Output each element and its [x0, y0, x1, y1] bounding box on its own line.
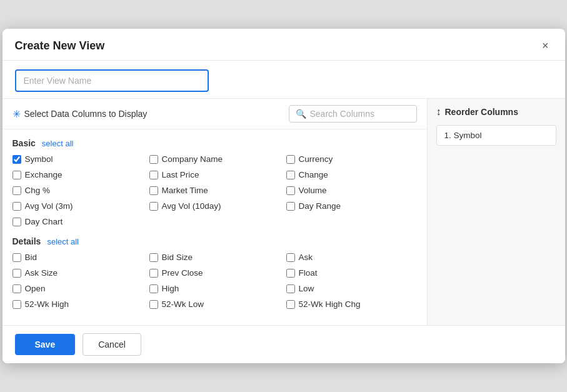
list-item[interactable]: Day Chart: [13, 216, 143, 228]
low-checkbox[interactable]: [286, 284, 295, 293]
list-item[interactable]: Chg %: [13, 184, 143, 196]
list-item[interactable]: Volume: [286, 184, 417, 196]
details-columns-grid: Bid Bid Size Ask: [13, 251, 417, 310]
last-price-checkbox[interactable]: [149, 171, 158, 179]
avg-vol-3m-checkbox[interactable]: [13, 202, 21, 211]
list-item[interactable]: Symbol: [13, 153, 143, 165]
open-checkbox[interactable]: [13, 284, 21, 293]
checkbox-label: Prev Close: [162, 268, 203, 278]
checkbox-label: Symbol: [25, 154, 53, 164]
ask-size-checkbox[interactable]: [13, 269, 21, 278]
left-panel: ✳ Select Data Columns to Display 🔍 Basic: [3, 99, 428, 325]
bid-checkbox[interactable]: [13, 253, 21, 262]
list-item[interactable]: Ask Size: [13, 267, 143, 279]
company-name-checkbox[interactable]: [149, 155, 158, 164]
close-button[interactable]: ×: [538, 39, 553, 53]
list-item[interactable]: 52-Wk High: [13, 298, 143, 310]
checkbox-label: Bid Size: [162, 253, 193, 262]
high-checkbox[interactable]: [149, 284, 158, 293]
search-columns-input[interactable]: [310, 109, 410, 119]
52wk-low-checkbox[interactable]: [149, 300, 158, 309]
prev-close-checkbox[interactable]: [149, 269, 158, 278]
list-item[interactable]: 52-Wk High Chg: [286, 298, 417, 310]
sparkle-icon: ✳: [13, 108, 21, 120]
reorder-title: Reorder Columns: [445, 107, 518, 117]
52wk-high-chg-checkbox[interactable]: [286, 300, 295, 309]
checkbox-label: Day Range: [299, 201, 341, 211]
list-item[interactable]: High: [149, 283, 280, 294]
checkbox-label: Avg Vol (10day): [162, 201, 221, 211]
checkbox-label: Avg Vol (3m): [25, 201, 73, 211]
volume-checkbox[interactable]: [286, 186, 295, 195]
avg-vol-10day-checkbox[interactable]: [149, 202, 158, 211]
currency-checkbox[interactable]: [286, 155, 295, 164]
checkbox-label: Low: [299, 284, 314, 293]
checkbox-label: Chg %: [25, 186, 51, 195]
list-item[interactable]: Avg Vol (10day): [149, 200, 280, 212]
checkbox-label: 52-Wk High Chg: [299, 299, 361, 309]
basic-columns-grid: Symbol Company Name Currency: [13, 153, 417, 228]
modal-body: ✳ Select Data Columns to Display 🔍 Basic: [3, 61, 565, 325]
symbol-checkbox[interactable]: [13, 155, 21, 164]
checkbox-label: 52-Wk High: [25, 299, 69, 309]
day-chart-checkbox[interactable]: [13, 218, 21, 226]
columns-scroll[interactable]: Basic select all Symbol: [3, 129, 427, 325]
ask-checkbox[interactable]: [286, 253, 295, 262]
list-item[interactable]: Last Price: [149, 169, 280, 181]
list-item[interactable]: Ask: [286, 251, 417, 263]
list-item[interactable]: Market Time: [149, 184, 280, 196]
reorder-icon: ↕: [436, 106, 441, 118]
checkbox-label: Exchange: [25, 170, 63, 179]
list-item[interactable]: Change: [286, 169, 417, 181]
reorder-item-label: 1. Symbol: [444, 131, 482, 140]
reorder-panel: ↕ Reorder Columns 1. Symbol: [428, 99, 565, 325]
columns-area: ✳ Select Data Columns to Display 🔍 Basic: [3, 98, 565, 325]
float-checkbox[interactable]: [286, 269, 295, 278]
list-item[interactable]: Company Name: [149, 153, 280, 165]
basic-select-all-link[interactable]: select all: [42, 139, 74, 148]
bid-size-checkbox[interactable]: [149, 253, 158, 262]
save-button[interactable]: Save: [15, 334, 76, 355]
checkbox-label: Bid: [25, 253, 38, 262]
chg-pct-checkbox[interactable]: [13, 186, 21, 195]
list-item[interactable]: Day Range: [286, 200, 417, 212]
list-item[interactable]: Currency: [286, 153, 417, 165]
checkbox-label: Company Name: [162, 154, 223, 164]
list-item[interactable]: 52-Wk Low: [149, 298, 280, 310]
list-item[interactable]: Prev Close: [149, 267, 280, 279]
checkbox-label: Ask: [299, 253, 313, 262]
change-checkbox[interactable]: [286, 171, 295, 179]
list-item[interactable]: Bid Size: [149, 251, 280, 263]
checkbox-label: Market Time: [162, 186, 208, 195]
modal-header: Create New View ×: [3, 29, 565, 61]
exchange-checkbox[interactable]: [13, 171, 21, 179]
list-item[interactable]: Exchange: [13, 169, 143, 181]
list-item[interactable]: Low: [286, 283, 417, 294]
list-item[interactable]: Open: [13, 283, 143, 294]
search-columns-input-wrap[interactable]: 🔍: [289, 105, 417, 123]
view-name-row: [3, 61, 565, 98]
cancel-button[interactable]: Cancel: [83, 333, 141, 356]
basic-section-title: Basic: [13, 138, 36, 148]
checkbox-label: Day Chart: [25, 217, 63, 226]
list-item[interactable]: Bid: [13, 251, 143, 263]
reorder-header: ↕ Reorder Columns: [436, 106, 556, 118]
details-section-header: Details select all: [13, 236, 417, 246]
list-item[interactable]: Avg Vol (3m): [13, 200, 143, 212]
basic-section-header: Basic select all: [13, 138, 417, 148]
select-columns-label: ✳ Select Data Columns to Display: [13, 108, 148, 120]
day-range-checkbox[interactable]: [286, 202, 295, 211]
reorder-item[interactable]: 1. Symbol: [436, 125, 556, 146]
checkbox-label: 52-Wk Low: [162, 299, 204, 309]
select-columns-text: Select Data Columns to Display: [24, 109, 148, 119]
details-select-all-link[interactable]: select all: [47, 237, 79, 246]
view-name-input[interactable]: [15, 69, 209, 92]
52wk-high-checkbox[interactable]: [13, 300, 21, 309]
list-item[interactable]: Float: [286, 267, 417, 279]
market-time-checkbox[interactable]: [149, 186, 158, 195]
checkbox-label: Last Price: [162, 170, 199, 179]
modal-footer: Save Cancel: [3, 325, 565, 363]
create-new-view-modal: Create New View × ✳ Select Data Columns …: [3, 29, 565, 363]
modal-title: Create New View: [15, 39, 105, 53]
search-icon: 🔍: [296, 109, 306, 119]
